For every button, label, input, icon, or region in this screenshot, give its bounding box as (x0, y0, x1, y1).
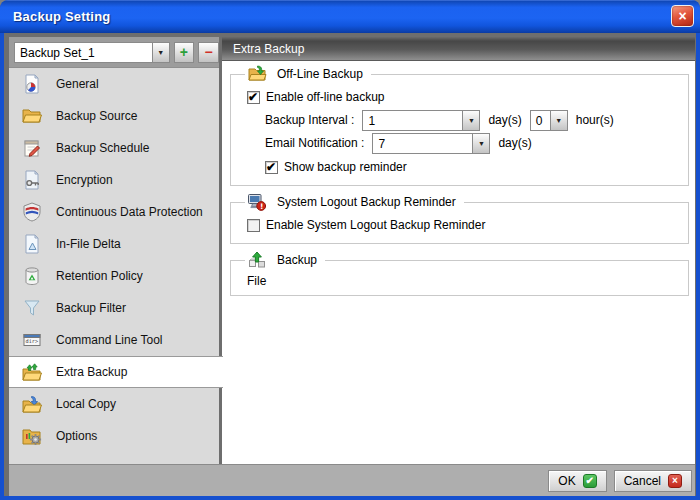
svg-text:!: ! (260, 202, 263, 211)
sidebar-item-backup-source[interactable]: Backup Source (9, 100, 219, 132)
enable-offline-backup-checkbox[interactable] (247, 91, 260, 104)
group-title: System Logout Backup Reminder (277, 195, 456, 209)
sidebar-item-label: Extra Backup (56, 365, 127, 379)
cancel-button[interactable]: Cancel × (614, 470, 692, 492)
chevron-down-icon[interactable]: ▼ (462, 111, 479, 130)
dialog-title: Backup Setting (0, 9, 110, 24)
sidebar-item-label: Encryption (56, 173, 113, 187)
email-notification-days-select[interactable]: 7 ▼ (372, 133, 490, 154)
command-window-icon: dir> (20, 328, 44, 352)
backup-type-value: File (247, 274, 680, 288)
backup-set-select[interactable]: Backup Set_1 ▼ (14, 42, 170, 63)
sidebar-item-command-line-tool[interactable]: dir> Command Line Tool (9, 324, 219, 356)
backup-set-value: Backup Set_1 (15, 43, 152, 62)
sidebar-nav-list: General Backup Source Backup Schedule (9, 67, 219, 464)
sidebar-item-label: Backup Filter (56, 301, 126, 315)
remove-backup-set-button[interactable]: − (198, 42, 219, 63)
close-icon[interactable]: × (671, 5, 694, 27)
cancel-x-icon: × (668, 474, 682, 488)
panel-content: Off-Line Backup Enable off-line backup B… (222, 61, 695, 464)
ok-check-icon: ✔ (583, 474, 597, 488)
email-days-unit: day(s) (498, 136, 531, 150)
monitor-alert-icon: ! (247, 192, 267, 212)
ok-button[interactable]: OK ✔ (548, 470, 606, 492)
sidebar-item-label: Options (56, 429, 97, 443)
offline-backup-group: Off-Line Backup Enable off-line backup B… (230, 64, 689, 186)
group-title: Backup (277, 253, 317, 267)
sidebar-item-local-copy[interactable]: Local Copy (9, 388, 219, 420)
bottom-bar: OK ✔ Cancel × (9, 464, 695, 496)
backup-interval-days-select[interactable]: 1 ▼ (362, 110, 480, 131)
sidebar-item-label: Continuous Data Protection (56, 205, 203, 219)
add-backup-set-button[interactable]: + (174, 42, 195, 63)
enable-system-logout-reminder-checkbox[interactable] (247, 219, 260, 232)
main-panel: Extra Backup Off-Line Backup Enable off-… (222, 37, 695, 464)
document-pie-icon (20, 72, 44, 96)
page-delta-icon (20, 232, 44, 256)
sidebar-item-cdp[interactable]: Continuous Data Protection (9, 196, 219, 228)
sidebar-item-label: In-File Delta (56, 237, 121, 251)
recycle-bin-icon (20, 264, 44, 288)
sidebar: Backup Set_1 ▼ + − General Back (9, 37, 219, 464)
sidebar-item-options[interactable]: Options (9, 420, 219, 452)
enable-system-logout-reminder-label: Enable System Logout Backup Reminder (266, 218, 485, 232)
sidebar-item-extra-backup[interactable]: Extra Backup (9, 356, 223, 388)
backup-arrow-boxes-icon (247, 250, 267, 270)
backup-interval-hours-select[interactable]: 0 ▼ (530, 110, 568, 131)
interval-days-unit: day(s) (488, 113, 521, 127)
interval-hours-unit: hour(s) (576, 113, 614, 127)
sidebar-item-label: Command Line Tool (56, 333, 163, 347)
sidebar-item-encryption[interactable]: Encryption (9, 164, 219, 196)
folder-gear-icon (20, 424, 44, 448)
backup-set-row: Backup Set_1 ▼ + − (9, 37, 219, 67)
sidebar-item-backup-schedule[interactable]: Backup Schedule (9, 132, 219, 164)
open-folder-icon (20, 104, 44, 128)
show-backup-reminder-label: Show backup reminder (284, 160, 407, 174)
system-logout-group: ! System Logout Backup Reminder Enable S… (230, 192, 689, 244)
backup-setting-dialog: Backup Setting × Backup Set_1 ▼ + − Gene… (0, 0, 700, 500)
show-backup-reminder-checkbox[interactable] (265, 161, 278, 174)
backup-group: Backup File (230, 250, 689, 296)
enable-offline-backup-label: Enable off-line backup (266, 90, 385, 104)
panel-header: Extra Backup (222, 37, 695, 61)
page-key-icon (20, 168, 44, 192)
notepad-pencil-icon (20, 136, 44, 160)
folder-up-arrows-icon (20, 360, 44, 384)
svg-text:dir>: dir> (26, 338, 38, 344)
sidebar-item-label: Local Copy (56, 397, 116, 411)
chevron-down-icon[interactable]: ▼ (472, 134, 489, 153)
sidebar-item-label: Retention Policy (56, 269, 143, 283)
sidebar-item-label: Backup Schedule (56, 141, 149, 155)
sidebar-item-retention-policy[interactable]: Retention Policy (9, 260, 219, 292)
sidebar-item-in-file-delta[interactable]: In-File Delta (9, 228, 219, 260)
titlebar[interactable]: Backup Setting × (0, 0, 700, 33)
chevron-down-icon[interactable]: ▼ (152, 43, 169, 62)
shield-icon (20, 200, 44, 224)
sidebar-item-backup-filter[interactable]: Backup Filter (9, 292, 219, 324)
offline-folder-arrow-icon (247, 64, 267, 84)
folder-copy-icon (20, 392, 44, 416)
group-title: Off-Line Backup (277, 67, 363, 81)
chevron-down-icon[interactable]: ▼ (550, 111, 567, 130)
sidebar-item-label: General (56, 77, 99, 91)
dialog-frame: Backup Set_1 ▼ + − General Back (0, 33, 700, 500)
email-notification-label: Email Notification : (265, 136, 364, 150)
backup-interval-label: Backup Interval : (265, 113, 354, 127)
sidebar-item-label: Backup Source (56, 109, 137, 123)
funnel-icon (20, 296, 44, 320)
sidebar-item-general[interactable]: General (9, 68, 219, 100)
